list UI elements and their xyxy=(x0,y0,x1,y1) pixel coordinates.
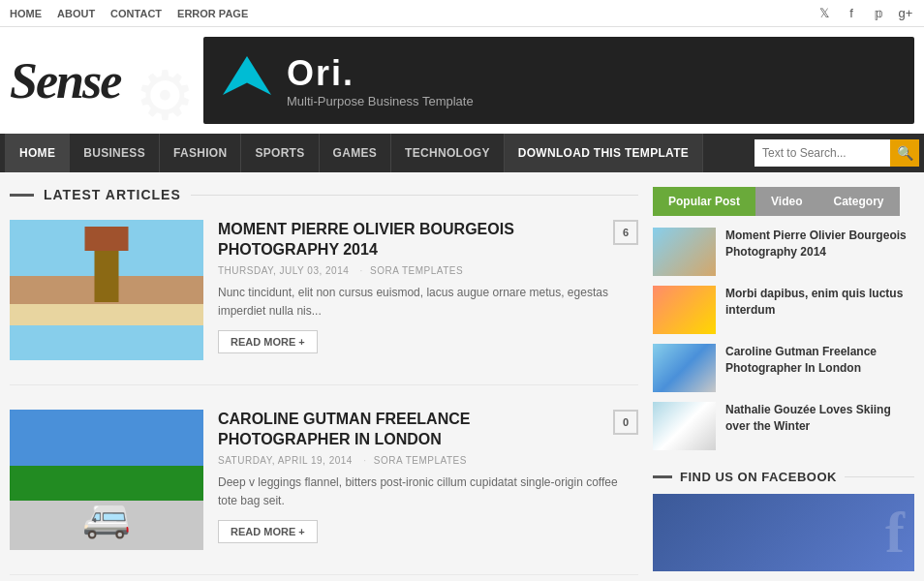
sidebar-post-1: Moment Pierre Olivier Bourgeois Photogra… xyxy=(653,228,914,276)
twitter-icon[interactable]: 𝕏 xyxy=(816,5,833,22)
facebook-preview[interactable] xyxy=(653,494,914,571)
article-2: CAROLINE GUTMAN FREELANCE PHOTOGRAPHER I… xyxy=(10,410,638,575)
logo-decoration: ⚙ xyxy=(126,52,203,139)
nav-home[interactable]: HOME xyxy=(10,8,42,19)
banner-bird-icon xyxy=(223,56,271,105)
nav-contact[interactable]: CONTACT xyxy=(110,8,162,19)
facebook-title-text: FIND US ON FACEBOOK xyxy=(680,470,837,484)
sidebar-post-2-thumb xyxy=(653,286,716,334)
article-2-date: SATURDAY, APRIL 19, 2014 xyxy=(218,455,353,466)
logo-area: Sense ⚙ xyxy=(10,52,203,109)
article-1-meta: THURSDAY, JULY 03, 2014 · SORA TEMPLATES xyxy=(218,265,638,276)
main-nav-business[interactable]: BUSINESS xyxy=(70,134,160,172)
top-nav-links: HOME ABOUT CONTACT ERROR PAGE xyxy=(10,8,248,19)
sidebar-post-2: Morbi dapibus, enim quis luctus interdum xyxy=(653,286,914,334)
banner-brand: Ori. xyxy=(287,53,474,94)
sidebar-post-3: Caroline Gutman Freelance Photographer I… xyxy=(653,344,914,392)
facebook-title-line xyxy=(845,476,914,477)
section-title-line xyxy=(191,195,638,196)
article-1-author: SORA TEMPLATES xyxy=(370,265,463,276)
banner-ad[interactable]: Ori. Multi-Purpose Business Template xyxy=(203,37,914,124)
sidebar-post-3-title: Caroline Gutman Freelance Photographer I… xyxy=(725,344,914,377)
article-1-excerpt: Nunc tincidunt, elit non cursus euismod,… xyxy=(218,284,638,321)
sidebar-post-2-title: Morbi dapibus, enim quis luctus interdum xyxy=(725,286,914,319)
article-1-date: THURSDAY, JULY 03, 2014 xyxy=(218,265,349,276)
sidebar: Popular Post Video Category Moment Pierr… xyxy=(653,187,914,581)
main-nav: HOME BUSINESS FASHION SPORTS GAMES TECHN… xyxy=(0,134,924,172)
nav-error[interactable]: ERROR PAGE xyxy=(177,8,248,19)
article-1: MOMENT PIERRE OLIVIER BOURGEOIS PHOTOGRA… xyxy=(10,220,638,385)
search-area: 🔍 xyxy=(755,139,919,167)
article-1-body: MOMENT PIERRE OLIVIER BOURGEOIS PHOTOGRA… xyxy=(218,220,638,360)
article-2-excerpt: Deep v leggings flannel, bitters post-ir… xyxy=(218,474,638,510)
article-1-comment-count: 6 xyxy=(613,220,638,245)
main-nav-games[interactable]: GAMES xyxy=(320,134,392,172)
article-2-title-row: CAROLINE GUTMAN FREELANCE PHOTOGRAPHER I… xyxy=(218,410,638,450)
sidebar-post-3-thumb xyxy=(653,344,716,392)
article-2-body: CAROLINE GUTMAN FREELANCE PHOTOGRAPHER I… xyxy=(218,410,638,550)
sidebar-post-4-thumb xyxy=(653,402,716,450)
section-title-bar xyxy=(10,194,34,197)
sidebar-post-4: Nathalie Gouzée Loves Skiing over the Wi… xyxy=(653,402,914,450)
section-title: LATEST ARTICLES xyxy=(10,187,638,202)
sidebar-post-1-thumb xyxy=(653,228,716,276)
facebook-section-title: FIND US ON FACEBOOK xyxy=(653,470,914,484)
sidebar-tab-popular[interactable]: Popular Post xyxy=(653,187,755,216)
top-nav: HOME ABOUT CONTACT ERROR PAGE 𝕏 f 𝕡 g+ xyxy=(0,0,924,27)
main-nav-fashion[interactable]: FASHION xyxy=(160,134,241,172)
social-icons: 𝕏 f 𝕡 g+ xyxy=(816,5,914,22)
header: Sense ⚙ Ori. Multi-Purpose Business Temp… xyxy=(0,27,924,134)
google-plus-icon[interactable]: g+ xyxy=(897,5,914,22)
sidebar-tab-category[interactable]: Category xyxy=(817,187,899,216)
article-2-meta: SATURDAY, APRIL 19, 2014 · SORA TEMPLATE… xyxy=(218,455,638,466)
sidebar-post-4-title: Nathalie Gouzée Loves Skiing over the Wi… xyxy=(725,402,914,435)
article-1-title: MOMENT PIERRE OLIVIER BOURGEOIS PHOTOGRA… xyxy=(218,220,605,260)
facebook-section: FIND US ON FACEBOOK xyxy=(653,470,914,571)
article-1-dot: · xyxy=(360,265,363,276)
sidebar-post-1-title: Moment Pierre Olivier Bourgeois Photogra… xyxy=(725,228,914,260)
facebook-title-bar xyxy=(653,475,672,478)
main-nav-download[interactable]: DOWNLOAD THIS TEMPLATE xyxy=(505,134,703,172)
article-1-read-more[interactable]: READ MORE + xyxy=(218,330,318,353)
article-2-dot: · xyxy=(363,455,366,466)
sidebar-posts: Moment Pierre Olivier Bourgeois Photogra… xyxy=(653,228,914,450)
article-2-comment-count: 0 xyxy=(613,410,638,435)
section-title-text: LATEST ARTICLES xyxy=(44,187,181,202)
main-nav-technology[interactable]: TECHNOLOGY xyxy=(391,134,505,172)
article-2-read-more[interactable]: READ MORE + xyxy=(218,520,318,543)
sidebar-tab-video[interactable]: Video xyxy=(755,187,817,216)
article-2-title: CAROLINE GUTMAN FREELANCE PHOTOGRAPHER I… xyxy=(218,410,605,450)
content-wrapper: LATEST ARTICLES MOMENT PIERRE OLIVIER BO… xyxy=(0,172,924,581)
sidebar-tabs: Popular Post Video Category xyxy=(653,187,914,216)
search-button[interactable]: 🔍 xyxy=(890,139,919,167)
article-1-thumb xyxy=(10,220,203,360)
main-nav-sports[interactable]: SPORTS xyxy=(241,134,319,172)
nav-about[interactable]: ABOUT xyxy=(57,8,95,19)
article-1-title-row: MOMENT PIERRE OLIVIER BOURGEOIS PHOTOGRA… xyxy=(218,220,638,260)
article-2-thumb xyxy=(10,410,203,550)
banner-sub: Multi-Purpose Business Template xyxy=(287,94,474,108)
main-content: LATEST ARTICLES MOMENT PIERRE OLIVIER BO… xyxy=(10,187,638,581)
banner-text: Ori. Multi-Purpose Business Template xyxy=(287,53,474,108)
facebook-icon[interactable]: f xyxy=(843,5,860,22)
main-nav-home[interactable]: HOME xyxy=(5,134,70,172)
search-input[interactable] xyxy=(755,139,890,167)
article-2-author: SORA TEMPLATES xyxy=(374,455,467,466)
pinterest-icon[interactable]: 𝕡 xyxy=(870,5,887,22)
main-nav-links: HOME BUSINESS FASHION SPORTS GAMES TECHN… xyxy=(5,134,745,172)
